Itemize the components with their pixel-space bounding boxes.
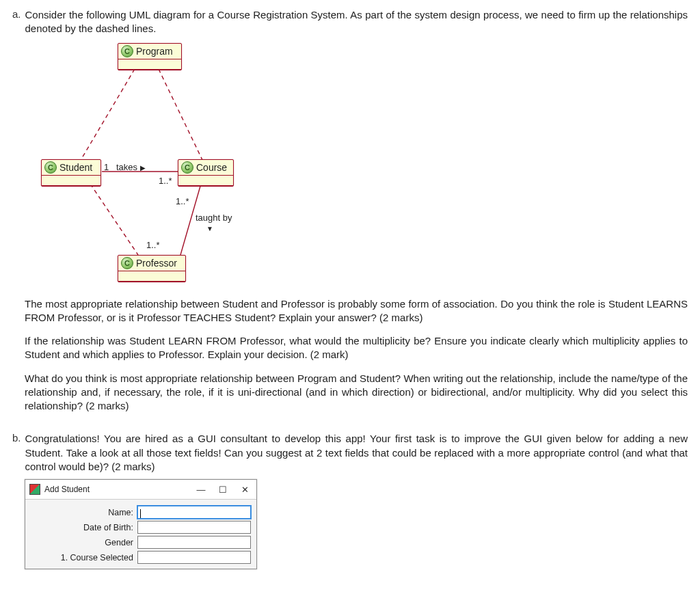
form-row-course: 1. Course Selected — [31, 551, 251, 564]
class-badge-icon: C — [44, 161, 57, 174]
form-row-name: Name: — [31, 506, 251, 519]
svg-line-0 — [80, 69, 135, 161]
window-titlebar: Add Student — ☐ ✕ — [25, 480, 256, 500]
question-b-prompt: Congratulations! You are hired as a GUI … — [25, 432, 688, 474]
uml-class-student: C Student — [41, 159, 101, 187]
question-a-letter: a. — [12, 8, 21, 20]
add-student-window: Add Student — ☐ ✕ Name: Date of Birth: G… — [25, 479, 257, 569]
question-b-header: b. Congratulations! You are hired as a G… — [12, 432, 688, 474]
class-badge-icon: C — [121, 45, 133, 57]
uml-class-student-name: Student — [59, 162, 92, 173]
course-label: 1. Course Selected — [31, 553, 137, 562]
question-b: b. Congratulations! You are hired as a G… — [12, 432, 688, 569]
course-input[interactable] — [137, 551, 251, 564]
mult-prof-side: 1..* — [146, 240, 160, 250]
window-title: Add Student — [44, 485, 196, 494]
uml-diagram: C Program C Student C Course — [29, 42, 275, 288]
gender-label: Gender — [31, 538, 137, 547]
class-badge-icon: C — [181, 161, 193, 174]
arrow-right-icon: ▶ — [140, 164, 146, 172]
uml-class-course: C Course — [178, 159, 234, 187]
qa-para-3: What do you think is most appropriate re… — [25, 372, 688, 413]
class-badge-icon: C — [121, 257, 133, 269]
qa-para-2: If the relationship was Student LEARN FR… — [25, 334, 688, 362]
window-app-icon — [29, 484, 40, 495]
name-input[interactable] — [137, 506, 251, 519]
uml-class-professor-name: Professor — [136, 258, 177, 269]
window-body: Name: Date of Birth: Gender 1. Course Se… — [25, 500, 256, 569]
form-row-gender: Gender — [31, 536, 251, 549]
assoc-takes-text: takes — [116, 162, 137, 172]
question-a-prompt: Consider the following UML diagram for a… — [25, 8, 688, 36]
form-row-dob: Date of Birth: — [31, 521, 251, 534]
svg-line-1 — [159, 69, 203, 161]
mult-student-side: 1 — [104, 162, 109, 172]
svg-line-4 — [90, 184, 138, 255]
uml-class-course-name: Course — [196, 162, 227, 173]
mult-course-side: 1..* — [159, 176, 172, 186]
mult-course-prof-top: 1..* — [176, 196, 189, 206]
question-a-header: a. Consider the following UML diagram fo… — [12, 8, 688, 36]
close-button[interactable]: ✕ — [240, 485, 250, 495]
minimize-button[interactable]: — — [196, 485, 206, 495]
window-controls: — ☐ ✕ — [196, 485, 254, 495]
name-label: Name: — [31, 508, 137, 517]
assoc-taughtby-label: taught by — [196, 213, 232, 223]
maximize-button[interactable]: ☐ — [218, 485, 228, 495]
question-b-letter: b. — [12, 432, 21, 444]
dob-input[interactable] — [137, 521, 251, 534]
uml-class-program: C Program — [118, 43, 182, 70]
qa-para-1: The most appropriate relationship betwee… — [25, 297, 688, 325]
assoc-takes-label: takes ▶ — [116, 162, 146, 172]
gender-input[interactable] — [137, 536, 251, 549]
dob-label: Date of Birth: — [31, 523, 137, 532]
uml-class-professor: C Professor — [118, 255, 186, 282]
arrow-down-icon: ▼ — [206, 225, 213, 232]
uml-class-program-name: Program — [136, 46, 173, 57]
question-a: a. Consider the following UML diagram fo… — [12, 8, 688, 413]
